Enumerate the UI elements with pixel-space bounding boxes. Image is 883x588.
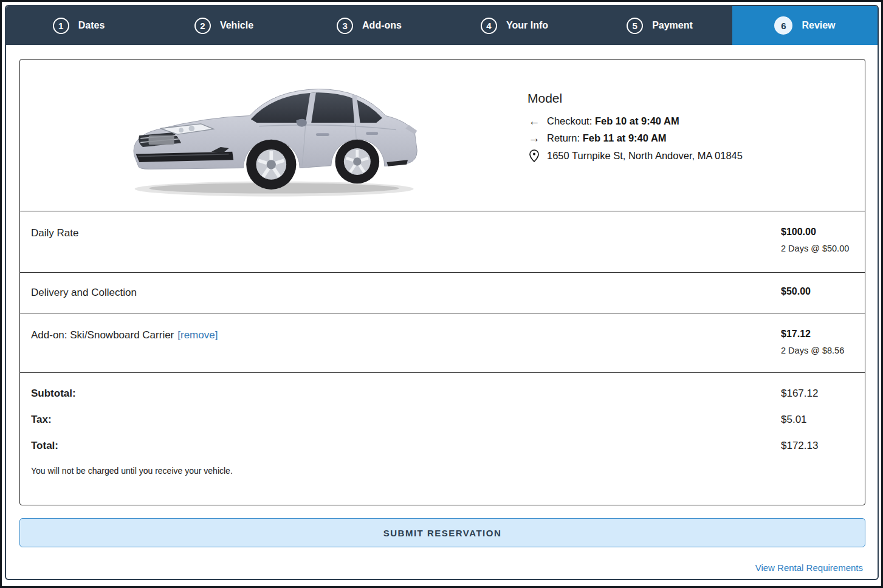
arrow-right-icon: → [527,132,541,144]
line-item-price-cell: $50.00 [781,273,853,313]
step-label: Review [802,20,835,31]
reservation-details: Model ← Checkout: Feb 10 at 9:40 AM → R [527,91,743,168]
vehicle-model-title: Model [527,91,743,106]
checkout-text: Checkout: Feb 10 at 9:40 AM [547,115,679,127]
totals-section: Subtotal: $167.12 Tax: $5.01 Total: $172… [20,373,865,505]
line-item-daily-rate: Daily Rate $100.00 2 Days @ $50.00 [20,211,865,273]
checkout-label: Checkout: [547,115,595,126]
step-your-info[interactable]: 4 Your Info [442,6,587,45]
step-label: Vehicle [220,20,253,31]
step-number-badge: 4 [481,18,497,34]
line-item-price: $100.00 [781,227,853,238]
return-label: Return: [547,132,583,143]
total-row: Total: $172.13 [31,440,853,452]
step-label: Payment [652,20,693,31]
vehicle-image [123,69,427,204]
subtotal-value: $167.12 [781,388,853,400]
step-label: Your Info [506,20,548,31]
line-item-label: Delivery and Collection [31,273,137,313]
line-item-label: Add-on: Ski/Snowboard Carrier [31,329,174,341]
step-dates[interactable]: 1 Dates [6,6,151,45]
app-container: 1 Dates 2 Vehicle 3 Add-ons 4 Your Info … [5,5,879,580]
car-illustration [123,69,427,202]
step-label: Dates [78,20,105,31]
vehicle-section: Model ← Checkout: Feb 10 at 9:40 AM → R [20,60,865,211]
submit-reservation-button[interactable]: SUBMIT RESERVATION [19,518,865,547]
review-page: Model ← Checkout: Feb 10 at 9:40 AM → R [6,45,878,573]
step-navigation: 1 Dates 2 Vehicle 3 Add-ons 4 Your Info … [6,6,878,45]
remove-addon-link[interactable]: [remove] [177,329,218,341]
step-number-badge: 2 [194,18,211,34]
reservation-summary-card: Model ← Checkout: Feb 10 at 9:40 AM → R [19,59,865,505]
line-item-price-cell: $100.00 2 Days @ $50.00 [781,211,853,272]
charge-disclaimer: You will not be charged until you receiv… [31,466,853,476]
view-rental-requirements-link[interactable]: View Rental Requirements [755,562,863,573]
step-payment[interactable]: 5 Payment [587,6,732,45]
line-item-delivery: Delivery and Collection $50.00 [20,273,865,313]
line-item-addon-ski-carrier: Add-on: Ski/Snowboard Carrier[remove] $1… [20,313,865,373]
subtotal-row: Subtotal: $167.12 [31,388,853,400]
tax-value: $5.01 [781,414,853,426]
location-row: 1650 Turnpike St, North Andover, MA 0184… [527,149,743,162]
step-number-badge: 3 [337,18,353,34]
arrow-left-icon: ← [527,115,541,127]
step-number-badge: 5 [627,18,643,34]
reservation-app-window: 1 Dates 2 Vehicle 3 Add-ons 4 Your Info … [0,0,883,588]
step-vehicle[interactable]: 2 Vehicle [151,6,297,45]
step-review-active[interactable]: 6 Review [732,6,878,45]
line-item-price: $17.12 [781,329,853,340]
checkout-row: ← Checkout: Feb 10 at 9:40 AM [527,115,743,127]
subtotal-label: Subtotal: [31,388,76,400]
total-label: Total: [31,440,58,452]
tax-label: Tax: [31,414,52,426]
step-label: Add-ons [362,20,402,31]
return-value: Feb 11 at 9:40 AM [583,132,667,143]
map-pin-icon [527,149,541,162]
step-number-badge: 1 [53,18,69,34]
pickup-address: 1650 Turnpike St, North Andover, MA 0184… [547,150,743,162]
line-item-label: Daily Rate [31,211,78,272]
line-item-price-cell: $17.12 2 Days @ $8.56 [781,313,853,372]
step-number-badge: 6 [774,16,792,35]
total-value: $172.13 [781,440,853,452]
return-row: → Return: Feb 11 at 9:40 AM [527,132,743,144]
footer: View Rental Requirements [19,562,865,573]
step-addons[interactable]: 3 Add-ons [297,6,442,45]
line-item-detail: 2 Days @ $50.00 [781,244,853,253]
tax-row: Tax: $5.01 [31,414,853,426]
line-item-price: $50.00 [781,286,853,297]
return-text: Return: Feb 11 at 9:40 AM [547,132,667,144]
checkout-value: Feb 10 at 9:40 AM [595,115,679,126]
line-item-label-group: Add-on: Ski/Snowboard Carrier[remove] [31,313,218,372]
line-item-detail: 2 Days @ $8.56 [781,346,853,355]
